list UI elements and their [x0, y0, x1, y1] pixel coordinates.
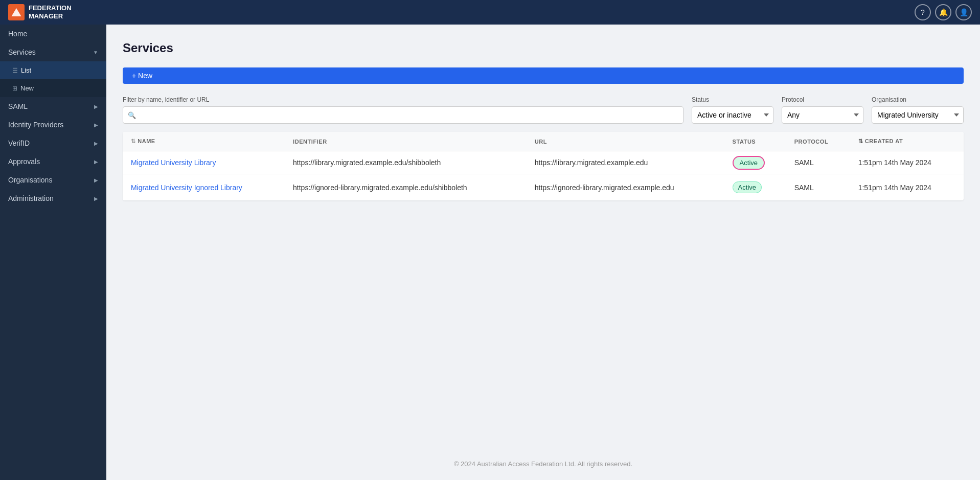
col-header-url: URL: [527, 132, 724, 151]
federation-manager-logo: [8, 4, 25, 20]
row-0-status: Active: [724, 151, 786, 174]
col-header-created-at: ⇅ CREATED AT: [850, 132, 964, 151]
sidebar-saml-label: SAML: [8, 102, 91, 110]
row-1-name-link[interactable]: Migrated University Ignored Library: [131, 184, 242, 192]
topnav-icons: ? 🔔 👤: [915, 4, 972, 20]
status-badge: Active: [733, 181, 762, 193]
sidebar-approvals-label: Approvals: [8, 157, 91, 166]
organisation-filter-group: Organisation Migrated University All: [872, 96, 964, 124]
status-filter-select[interactable]: Active or inactive Active Inactive: [692, 106, 773, 124]
help-button[interactable]: ?: [915, 4, 931, 20]
sidebar-item-identity-providers[interactable]: Identity Providers ▶: [0, 116, 106, 134]
brand-logo-area: FEDERATION MANAGER: [8, 4, 72, 20]
identity-providers-chevron-icon: ▶: [94, 122, 98, 128]
row-0-created-at: 1:51pm 14th May 2024: [850, 151, 964, 174]
created-sort-icon: ⇅: [858, 138, 865, 144]
sidebar-new-label: New: [20, 84, 98, 92]
row-0-url: https://library.migrated.example.edu: [527, 151, 724, 174]
col-header-protocol: PROTOCOL: [786, 132, 850, 151]
sidebar-item-services[interactable]: Services ▼: [0, 43, 106, 61]
brand-name-line1: FEDERATION: [29, 4, 72, 12]
footer-text: © 2024 Australian Access Federation Ltd.…: [454, 460, 632, 468]
sidebar-administration-label: Administration: [8, 194, 91, 202]
row-0-name: Migrated University Library: [123, 151, 285, 174]
bell-icon: 🔔: [939, 8, 948, 16]
protocol-filter-label: Protocol: [782, 96, 863, 103]
approvals-chevron-icon: ▶: [94, 159, 98, 165]
organisations-chevron-icon: ▶: [94, 177, 98, 183]
protocol-filter-select[interactable]: Any SAML: [782, 106, 863, 124]
search-wrap: 🔍: [123, 106, 683, 124]
row-0-protocol: SAML: [786, 151, 850, 174]
sidebar-identity-providers-label: Identity Providers: [8, 121, 91, 129]
notifications-button[interactable]: 🔔: [935, 4, 951, 20]
sidebar-item-verifid[interactable]: VerifID ▶: [0, 134, 106, 152]
sidebar-item-home[interactable]: Home: [0, 25, 106, 43]
sidebar-item-list[interactable]: ☰ List: [0, 61, 106, 79]
main-layout: Home Services ▼ ☰ List ⊞ New SAML ▶ Iden…: [0, 25, 980, 480]
row-1-url: https://ignored-library.migrated.example…: [527, 174, 724, 201]
row-1-status: Active: [724, 174, 786, 201]
sidebar-item-organisations[interactable]: Organisations ▶: [0, 171, 106, 189]
search-icon: 🔍: [128, 111, 136, 119]
search-input[interactable]: [123, 106, 683, 124]
list-icon: ☰: [12, 67, 18, 74]
sidebar-item-saml[interactable]: SAML ▶: [0, 97, 106, 116]
status-filter-group: Status Active or inactive Active Inactiv…: [692, 96, 773, 124]
organisation-filter-label: Organisation: [872, 96, 964, 103]
sidebar-organisations-label: Organisations: [8, 176, 91, 184]
user-icon: 👤: [960, 8, 968, 16]
new-icon: ⊞: [12, 85, 17, 92]
top-navigation: FEDERATION MANAGER ? 🔔 👤: [0, 0, 980, 25]
page-title: Services: [123, 41, 964, 55]
filter-row: Filter by name, identifier or URL 🔍 Stat…: [123, 96, 964, 124]
sidebar-verifid-label: VerifID: [8, 139, 91, 147]
services-chevron-icon: ▼: [93, 50, 98, 55]
sort-icon-name: ⇅: [131, 138, 138, 144]
row-1-identifier: https://ignored-library.migrated.example…: [285, 174, 527, 201]
row-1-name: Migrated University Ignored Library: [123, 174, 285, 201]
sidebar: Home Services ▼ ☰ List ⊞ New SAML ▶ Iden…: [0, 25, 106, 480]
col-header-status: STATUS: [724, 132, 786, 151]
col-header-name: ⇅ NAME: [123, 132, 285, 151]
filter-label: Filter by name, identifier or URL: [123, 96, 683, 103]
sidebar-item-approvals[interactable]: Approvals ▶: [0, 152, 106, 171]
table-header-row: ⇅ NAME IDENTIFIER URL STATUS PROTOCOL ⇅ …: [123, 132, 964, 151]
status-filter-label: Status: [692, 96, 773, 103]
footer: © 2024 Australian Access Federation Ltd.…: [123, 448, 964, 480]
user-profile-button[interactable]: 👤: [955, 4, 972, 20]
row-0-identifier: https://library.migrated.example.edu/shi…: [285, 151, 527, 174]
sidebar-item-administration[interactable]: Administration ▶: [0, 189, 106, 208]
organisation-filter-select[interactable]: Migrated University All: [872, 106, 964, 124]
table-body: Migrated University Libraryhttps://libra…: [123, 151, 964, 201]
sidebar-item-new[interactable]: ⊞ New: [0, 79, 106, 97]
status-badge: Active: [733, 156, 765, 170]
services-table: ⇅ NAME IDENTIFIER URL STATUS PROTOCOL ⇅ …: [123, 132, 964, 200]
col-header-identifier: IDENTIFIER: [285, 132, 527, 151]
services-table-container: ⇅ NAME IDENTIFIER URL STATUS PROTOCOL ⇅ …: [123, 132, 964, 200]
brand-name-line2: MANAGER: [29, 12, 72, 20]
administration-chevron-icon: ▶: [94, 196, 98, 201]
sidebar-list-label: List: [21, 66, 98, 74]
table-row: Migrated University Ignored Libraryhttps…: [123, 174, 964, 201]
new-button[interactable]: + New: [123, 67, 964, 84]
sidebar-home-label: Home: [8, 30, 98, 38]
main-content: Services + New Filter by name, identifie…: [106, 25, 980, 480]
row-0-name-link[interactable]: Migrated University Library: [131, 158, 216, 167]
saml-chevron-icon: ▶: [94, 104, 98, 109]
row-1-protocol: SAML: [786, 174, 850, 201]
table-row: Migrated University Libraryhttps://libra…: [123, 151, 964, 174]
row-1-created-at: 1:51pm 14th May 2024: [850, 174, 964, 201]
search-group: Filter by name, identifier or URL 🔍: [123, 96, 683, 124]
sidebar-services-label: Services: [8, 48, 90, 56]
sidebar-services-submenu: ☰ List ⊞ New: [0, 61, 106, 97]
verifid-chevron-icon: ▶: [94, 141, 98, 146]
protocol-filter-group: Protocol Any SAML: [782, 96, 863, 124]
